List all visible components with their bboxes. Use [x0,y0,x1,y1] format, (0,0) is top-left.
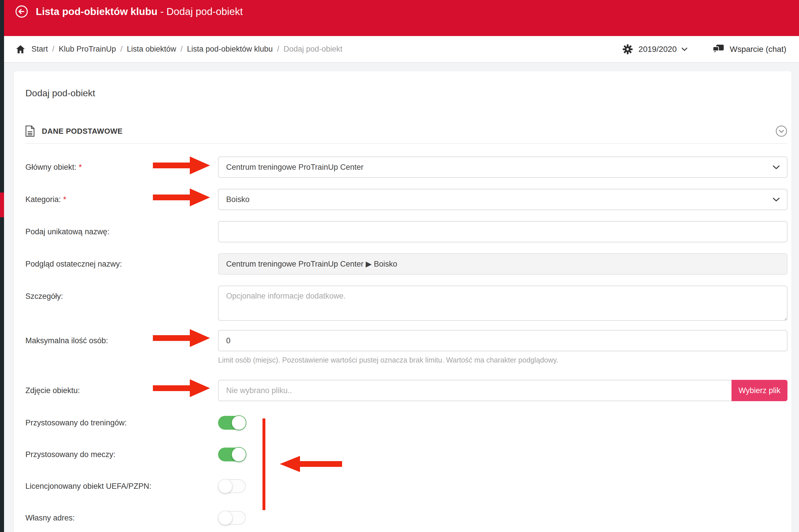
breadcrumb-separator: / [277,45,279,54]
toggle-knob [218,511,233,525]
row-zdjecie: Zdjęcie obiektu: Nie wybrano pliku.. Wyb… [25,380,787,401]
card-title: Dodaj pod-obiekt [25,88,787,98]
subobject-form: Główny obiekt:* Centrum treningowe ProTr… [25,156,787,532]
field-label: Własny adres: [25,507,218,529]
file-name-field[interactable]: Nie wybrano pliku.. [218,380,731,401]
breadcrumb-item-start[interactable]: Start [32,45,48,54]
podglad-nazwy-field: Centrum treningowe ProTrainUp Center ▶ B… [218,253,787,274]
max-osob-input[interactable] [218,330,787,351]
sidebar-active-item-marker [0,192,4,217]
field-label: Maksymalna ilość osób: [25,330,218,351]
toggle-knob [231,415,246,430]
field-label: Kategoria:* [25,189,218,210]
section-title: DANE PODSTAWOWE [42,127,123,136]
row-nazwa: Podaj unikatową nazwę: [25,221,787,242]
glowny-obiekt-select[interactable]: Centrum treningowe ProTrainUp Center [218,156,787,178]
breadcrumb-item-lista-obiektow[interactable]: Lista obiektów [127,45,176,54]
wybierz-plik-button[interactable]: Wybierz plik [731,380,787,401]
row-kategoria: Kategoria:* Boisko [25,189,787,210]
collapse-section-icon[interactable] [775,125,787,137]
support-chat-link[interactable]: Wsparcie (chat) [713,45,786,54]
season-selector[interactable]: 2019/2020 [622,44,688,55]
row-przystosowany-treningi: Przystosowany do treningów: [25,412,787,434]
breadcrumb: Start / Klub ProTrainUp / Lista obiektów… [4,36,799,63]
row-przystosowany-mecze: Przystosowany do meczy: [25,444,787,465]
breadcrumb-separator: / [52,45,55,54]
uefa-toggle[interactable] [218,479,246,493]
field-label: Przystosowany do meczy: [25,444,218,465]
row-maksymalna-ilosc: Maksymalna ilość osób: Limit osób (miejs… [25,330,787,364]
app-header: Lista pod-obiektów klubu - Dodaj pod-obi… [4,0,799,36]
required-mark: * [79,163,82,171]
field-label: Licencjonowany obiekt UEFA/PZPN: [25,476,218,497]
section-dane-podstawowe: DANE PODSTAWOWE [25,125,787,144]
row-podglad: Podgląd ostatecznej nazwy: Centrum treni… [25,253,787,274]
home-icon[interactable] [16,45,25,54]
field-label: Podaj unikatową nazwę: [25,221,218,242]
document-icon [25,125,35,137]
treningi-toggle[interactable] [218,416,246,430]
gear-icon [622,44,633,55]
file-upload-group: Nie wybrano pliku.. Wybierz plik [218,380,787,401]
add-subobject-card: Dodaj pod-obiekt DANE PODSTAWOWE Główny … [14,71,792,532]
row-glowny-obiekt: Główny obiekt:* Centrum treningowe ProTr… [25,156,787,178]
collapsed-sidebar [0,0,4,532]
support-label: Wsparcie (chat) [730,45,786,54]
unikatowa-nazwa-input[interactable] [218,221,787,242]
chevron-down-icon [773,197,780,202]
field-label: Szczegóły: [25,286,218,307]
back-icon[interactable] [15,5,28,18]
field-label: Główny obiekt:* [25,156,218,178]
required-mark: * [63,195,66,204]
breadcrumb-current: Dodaj pod-obiekt [284,45,342,54]
chevron-down-icon [681,47,688,51]
chat-icon [713,45,724,54]
max-osob-helper-text: Limit osób (miejsc). Pozostawienie warto… [218,356,787,364]
field-label: Przystosowany do treningów: [25,412,218,434]
toggle-knob [231,447,246,462]
row-szczegoly: Szczegóły: [25,286,787,321]
szczegoly-textarea[interactable] [218,286,787,321]
chevron-down-icon [773,165,780,169]
page-title: Lista pod-obiektów klubu - Dodaj pod-obi… [36,5,243,18]
season-label: 2019/2020 [639,45,677,54]
mecze-toggle[interactable] [218,448,246,461]
topbar-right: 2019/2020 Wsparcie (chat) [622,44,786,55]
breadcrumb-separator: / [120,45,123,54]
toggle-knob [218,479,233,493]
field-label: Zdjęcie obiektu: [25,380,218,401]
wlasny-adres-toggle[interactable] [218,511,246,525]
breadcrumb-item-klub[interactable]: Klub ProTrainUp [59,45,116,54]
breadcrumb-item-lista-pod-obiektow[interactable]: Lista pod-obiektów klubu [187,45,273,54]
field-label: Podgląd ostatecznej nazwy: [25,253,218,274]
breadcrumb-separator: / [181,45,183,54]
kategoria-select[interactable]: Boisko [218,189,787,210]
row-licencjonowany-uefa: Licencjonowany obiekt UEFA/PZPN: [25,476,787,497]
row-wlasny-adres: Własny adres: Zaznacz, jeżeli ten pod-ob… [25,507,787,532]
